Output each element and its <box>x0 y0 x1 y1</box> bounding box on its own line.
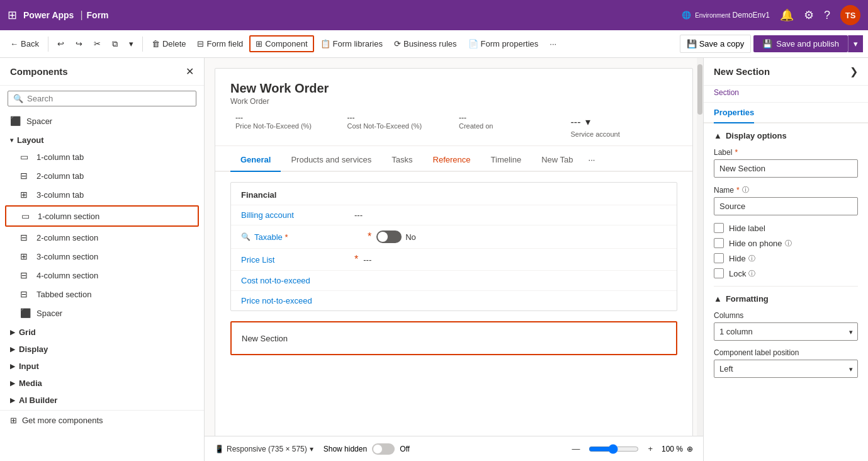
avatar[interactable]: TS <box>840 5 860 25</box>
zoom-out-button[interactable]: — <box>566 441 585 456</box>
tab-general[interactable]: General <box>230 149 281 172</box>
cut-button[interactable]: ✂ <box>89 37 106 51</box>
tab-products[interactable]: Products and services <box>281 149 381 172</box>
new-section-block[interactable]: New Section <box>230 321 677 355</box>
label-input[interactable] <box>714 159 858 178</box>
form-libraries-button[interactable]: 📋 Form libraries <box>315 37 388 51</box>
cost-exceed-label[interactable]: Cost not-to-exceed <box>241 276 354 285</box>
canvas-area: New Work Order Work Order --- Price Not-… <box>205 58 703 461</box>
sidebar-item-1-column-tab[interactable]: ▭ 1-column tab <box>0 147 204 166</box>
position-select[interactable]: Left Top Right <box>714 360 858 378</box>
3-col-section-label: 3-column section <box>37 252 98 261</box>
sidebar-item-spacer-bottom[interactable]: ⬛ Spacer <box>0 304 204 322</box>
env-label: Environment <box>695 12 730 19</box>
taxable-toggle[interactable] <box>376 230 402 243</box>
spacer-top-icon: ⬛ <box>10 116 21 126</box>
sidebar-close-button[interactable]: ✕ <box>186 65 194 77</box>
tab-new-tab[interactable]: New Tab <box>531 149 583 172</box>
cmd-separator-2 <box>142 37 143 52</box>
sidebar-item-3-column-tab[interactable]: ⊞ 3-column tab <box>0 185 204 204</box>
paste-dropdown-button[interactable]: ▾ <box>124 37 138 51</box>
gear-icon[interactable]: ⚙ <box>804 8 814 22</box>
taxable-search-icon: 🔍 <box>241 232 251 241</box>
sidebar-item-4-column-section[interactable]: ⊟ 4-column section <box>0 266 204 285</box>
canvas-bottom: 📱 Responsive (735 × 575) ▾ Show hidden O… <box>205 436 703 461</box>
hide-label-row: Hide label <box>714 223 858 233</box>
help-icon[interactable]: ? <box>824 9 830 22</box>
rp-position-field: Component label position Left Top Right … <box>714 348 858 378</box>
form-libraries-icon: 📋 <box>320 39 330 48</box>
display-options-section: ▲ Display options <box>714 131 858 140</box>
form-field-button[interactable]: ⊟ Form field <box>192 37 248 51</box>
lock-info-icon: ⓘ <box>748 269 755 278</box>
name-input[interactable] <box>714 197 858 215</box>
tab-more[interactable]: ··· <box>583 149 600 171</box>
hide-checkbox[interactable] <box>714 253 724 263</box>
zoom-slider[interactable] <box>589 444 639 454</box>
show-hidden-toggle[interactable] <box>372 443 395 455</box>
tab-reference[interactable]: Reference <box>423 149 481 172</box>
taxable-label[interactable]: Taxable <box>254 232 368 242</box>
hide-label-checkbox[interactable] <box>714 223 724 233</box>
field-created-on: --- Created on <box>454 111 566 140</box>
delete-icon: 🗑 <box>152 39 160 48</box>
save-copy-button[interactable]: 💾 Save a copy <box>680 35 752 53</box>
get-more-components[interactable]: ⊞ Get more components <box>0 410 204 430</box>
search-input[interactable] <box>27 94 191 103</box>
sidebar-group-layout[interactable]: ▾ Layout <box>0 130 204 147</box>
rp-name-field-label: Name * ⓘ <box>714 185 858 195</box>
form-tabs: General Products and services Tasks Refe… <box>215 149 692 172</box>
sidebar-item-3-column-section[interactable]: ⊞ 3-column section <box>0 247 204 266</box>
undo-button[interactable]: ↩ <box>52 37 69 51</box>
delete-button[interactable]: 🗑 Delete <box>147 37 191 51</box>
sidebar-group-display[interactable]: ▶ Display <box>0 339 204 356</box>
component-button[interactable]: ⊞ Component <box>249 35 313 52</box>
save-publish-button[interactable]: 💾 Save and publish <box>753 35 848 52</box>
field-price-list: Price List * --- <box>231 248 677 270</box>
bell-icon[interactable]: 🔔 <box>780 8 794 22</box>
sidebar-item-1-column-section[interactable]: ▭ 1-column section <box>5 205 199 227</box>
billing-account-value: --- <box>354 210 667 220</box>
rp-expand-button[interactable]: ❯ <box>850 65 858 77</box>
tab-timeline[interactable]: Timeline <box>481 149 532 172</box>
input-chevron-icon: ▶ <box>10 363 15 370</box>
form-properties-button[interactable]: 📄 Form properties <box>463 37 544 51</box>
delete-label: Delete <box>162 39 186 48</box>
sidebar-item-2-column-tab[interactable]: ⊟ 2-column tab <box>0 166 204 185</box>
tab-tasks[interactable]: Tasks <box>381 149 422 172</box>
zoom-in-button[interactable]: + <box>643 441 658 456</box>
more-options-button[interactable]: ··· <box>544 37 561 51</box>
price-list-label[interactable]: Price List <box>241 255 354 265</box>
field-cost-value: --- <box>347 113 449 122</box>
sidebar-item-tabbed-section[interactable]: ⊟ Tabbed section <box>0 285 204 304</box>
grid-icon[interactable]: ⊞ <box>8 8 17 22</box>
sidebar-item-spacer-top[interactable]: ⬛ Spacer <box>0 111 204 130</box>
sidebar-item-2-column-section[interactable]: ⊟ 2-column section <box>0 228 204 247</box>
lock-checkbox[interactable] <box>714 268 724 278</box>
spacer-bottom-icon: ⬛ <box>20 308 31 318</box>
billing-account-label[interactable]: Billing account <box>241 210 354 220</box>
save-publish-dropdown[interactable]: ▾ <box>848 35 863 52</box>
hide-text: Hide ⓘ <box>729 254 755 263</box>
sidebar-group-grid[interactable]: ▶ Grid <box>0 322 204 339</box>
hide-on-phone-checkbox[interactable] <box>714 238 724 248</box>
cmd-right-actions: 💾 Save a copy 💾 Save and publish ▾ <box>680 35 863 53</box>
get-more-icon: ⊞ <box>10 416 17 425</box>
copy-button[interactable]: ⧉ <box>107 37 123 52</box>
sidebar-group-input[interactable]: ▶ Input <box>0 356 204 373</box>
3-col-section-icon: ⊞ <box>20 251 31 261</box>
responsive-button[interactable]: 📱 Responsive (735 × 575) ▾ <box>215 445 313 453</box>
sidebar-group-media[interactable]: ▶ Media <box>0 373 204 390</box>
back-button[interactable]: ← Back <box>5 37 44 51</box>
tab-properties[interactable]: Properties <box>714 103 754 123</box>
redo-button[interactable]: ↪ <box>70 37 87 51</box>
columns-select[interactable]: 1 column 2 columns 3 columns 4 columns <box>714 322 858 341</box>
price-exceed-label[interactable]: Price not-to-exceed <box>241 296 354 305</box>
2-col-section-label: 2-column section <box>37 233 98 242</box>
business-rules-button[interactable]: ⟳ Business rules <box>389 37 462 51</box>
sidebar-search-box[interactable]: 🔍 <box>8 91 196 106</box>
sidebar-group-ai-builder[interactable]: ▶ AI Builder <box>0 390 204 407</box>
command-bar: ← Back ↩ ↪ ✂ ⧉ ▾ 🗑 Delete ⊟ Form field ⊞… <box>0 30 868 58</box>
canvas-scrollbar[interactable] <box>697 58 703 436</box>
cmd-separator-1 <box>48 37 48 52</box>
